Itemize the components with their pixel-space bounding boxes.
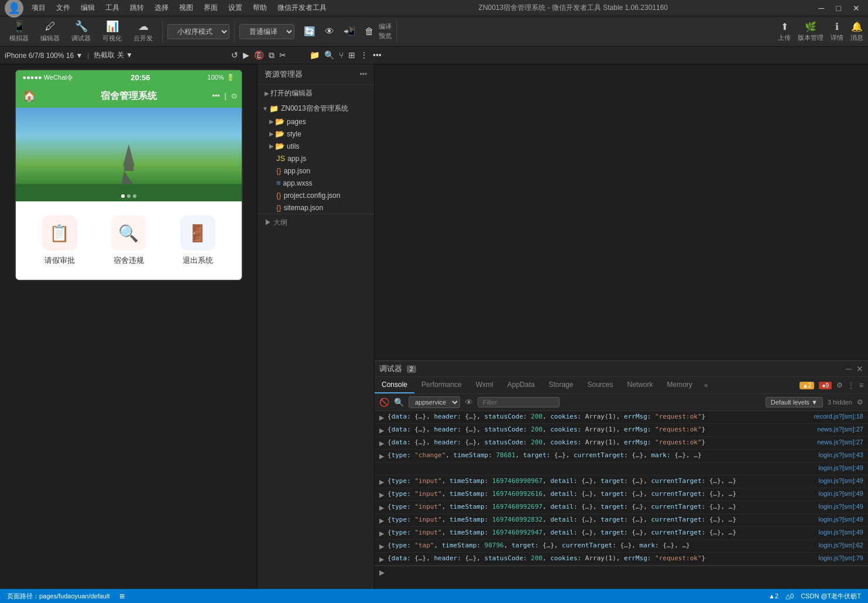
expand-arrow-6[interactable]: ▶: [379, 491, 384, 499]
expand-arrow-8[interactable]: ▶: [379, 517, 384, 525]
console-source-1[interactable]: record.js?[sm]:18: [814, 413, 863, 420]
phone-cut-icon[interactable]: ✂: [279, 50, 286, 60]
appwxss-file-item[interactable]: ≡ app.wxss: [258, 177, 374, 189]
upload-button[interactable]: ⬆ 上传: [778, 21, 791, 42]
tab-storage[interactable]: Storage: [541, 377, 580, 393]
console-input[interactable]: [388, 568, 863, 577]
close-button[interactable]: ✕: [849, 4, 863, 13]
console-source-11[interactable]: login.js?[sm]:79: [819, 554, 863, 561]
console-output[interactable]: ▶ {data: {…}, header: {…}, statusCode: 2…: [375, 411, 868, 589]
tab-console[interactable]: Console: [375, 377, 414, 393]
phone-more-icon[interactable]: ⊙: [231, 92, 237, 100]
root-folder-item[interactable]: ▼ 📁 ZN0013宿舍管理系统: [258, 102, 374, 115]
maximize-button[interactable]: □: [833, 4, 845, 13]
outline-section[interactable]: ▶ 大纲: [258, 214, 374, 231]
menu-file[interactable]: 文件: [52, 2, 75, 14]
appservice-selector[interactable]: appservice: [409, 396, 460, 408]
realtest-button[interactable]: 📲: [344, 26, 355, 37]
play-icon[interactable]: ▶: [243, 50, 249, 60]
console-filter-icon[interactable]: 🔍: [394, 398, 404, 407]
phone-home-icon[interactable]: 🏠: [23, 90, 36, 102]
expand-arrow-7[interactable]: ▶: [379, 504, 384, 512]
menu-devtools[interactable]: 微信开发者工具: [273, 2, 331, 14]
devtools-minimize-icon[interactable]: ─: [846, 364, 852, 374]
hotcut-button[interactable]: 热截取 关 ▼: [94, 50, 133, 60]
console-source-5[interactable]: login.js?[sm]:49: [819, 477, 863, 484]
console-source-9[interactable]: login.js?[sm]:49: [819, 529, 863, 536]
clear-console-icon[interactable]: 🚫: [379, 398, 389, 407]
console-more-icon[interactable]: ⋮: [848, 381, 855, 389]
expand-arrow-4[interactable]: ▶: [379, 453, 384, 460]
cloud-button[interactable]: ☁ 云开发: [129, 18, 157, 45]
tab-memory[interactable]: Memory: [660, 377, 699, 393]
console-source-7[interactable]: login.js?[sm]:49: [819, 503, 863, 510]
console-source-10[interactable]: login.js?[sm]:62: [819, 542, 863, 549]
menu-edit[interactable]: 编辑: [76, 2, 100, 14]
message-button[interactable]: 🔔 消息: [850, 21, 863, 42]
expand-arrow-1[interactable]: ▶: [379, 414, 384, 422]
menu-interface[interactable]: 界面: [199, 2, 222, 14]
tab-more-icon[interactable]: »: [699, 378, 713, 393]
tab-performance[interactable]: Performance: [414, 377, 469, 393]
menu-goto[interactable]: 跳转: [125, 2, 149, 14]
menu-select[interactable]: 选择: [150, 2, 173, 14]
menu-project[interactable]: 项目: [27, 2, 50, 14]
appjs-file-item[interactable]: JS app.js: [258, 152, 374, 165]
folder-icon[interactable]: 📁: [310, 50, 320, 60]
opened-editors-item[interactable]: ▶ 打开的编辑器: [258, 85, 374, 102]
grid-icon[interactable]: ⊞: [348, 50, 355, 60]
tab-network[interactable]: Network: [620, 377, 660, 393]
columns-icon[interactable]: ⋮: [360, 50, 368, 60]
sitemap-file-item[interactable]: {} sitemap.json: [258, 201, 374, 214]
menu-settings[interactable]: 设置: [224, 2, 247, 14]
utils-folder-item[interactable]: ▶ 📂 utils: [258, 140, 374, 152]
console-sidebar-icon[interactable]: ≡: [859, 381, 863, 389]
menu-item-violation[interactable]: 🔍 宿舍违规: [111, 215, 146, 266]
simulator-button[interactable]: 📱 模拟器: [5, 18, 33, 45]
filter-settings-icon[interactable]: ⚙: [857, 398, 863, 406]
expand-arrow-9[interactable]: ▶: [379, 530, 384, 537]
appjson-file-item[interactable]: {} app.json: [258, 165, 374, 177]
projectconfig-file-item[interactable]: {} project.config.json: [258, 189, 374, 201]
eye-toggle-icon[interactable]: 👁: [465, 398, 473, 407]
devtools-close-icon[interactable]: ✕: [856, 364, 863, 374]
visualize-button[interactable]: 📊 可视化: [98, 18, 126, 45]
debugger-button[interactable]: 🔧 调试器: [67, 18, 95, 45]
expand-arrow-10[interactable]: ▶: [379, 543, 384, 550]
console-source-2[interactable]: news.js?[sm]:27: [817, 426, 863, 433]
tab-wxml[interactable]: Wxml: [469, 377, 500, 393]
editor-button[interactable]: 🖊 编辑器: [36, 18, 64, 45]
resource-more-icon[interactable]: •••: [359, 70, 367, 78]
mode-dropdown[interactable]: 小程序模式: [167, 24, 229, 39]
branch-icon[interactable]: ⑂: [339, 50, 344, 60]
rotate-icon[interactable]: ↺: [231, 50, 238, 60]
console-source-3[interactable]: news.js?[sm]:27: [817, 438, 863, 446]
device-selector[interactable]: iPhone 6/7/8 100% 16 ▼: [5, 52, 83, 60]
preview-eye-button[interactable]: 👁: [325, 26, 334, 37]
pages-folder-item[interactable]: ▶ 📂 pages: [258, 115, 374, 128]
default-levels-selector[interactable]: Default levels ▼: [766, 397, 823, 407]
console-source-4b[interactable]: login.js?[sm]:49: [819, 464, 863, 471]
style-folder-item[interactable]: ▶ 📂 style: [258, 128, 374, 140]
menu-view[interactable]: 视图: [174, 2, 198, 14]
dots-icon[interactable]: •••: [373, 50, 382, 60]
console-source-6[interactable]: login.js?[sm]:49: [819, 490, 863, 497]
tab-sources[interactable]: Sources: [580, 377, 620, 393]
compile-dropdown[interactable]: 普通编译: [239, 24, 294, 39]
expand-arrow-11[interactable]: ▶: [379, 556, 384, 563]
phone-menu-icon[interactable]: •••: [212, 92, 220, 100]
menu-item-approval[interactable]: 📋 请假审批: [42, 215, 77, 266]
tab-appdata[interactable]: AppData: [500, 377, 542, 393]
refresh-button[interactable]: 🔄: [304, 26, 315, 37]
expand-arrow-3[interactable]: ▶: [379, 440, 384, 447]
phone-outline-icon[interactable]: 📵: [254, 50, 264, 60]
copy-icon[interactable]: ⧉: [269, 50, 275, 60]
expand-arrow-5[interactable]: ▶: [379, 478, 384, 486]
menu-help[interactable]: 帮助: [248, 2, 272, 14]
minimize-button[interactable]: ─: [815, 4, 828, 13]
console-settings-icon[interactable]: ⚙: [836, 381, 843, 389]
search-icon[interactable]: 🔍: [324, 50, 334, 60]
menu-tools[interactable]: 工具: [101, 2, 124, 14]
version-button[interactable]: 🌿 版本管理: [798, 21, 824, 42]
detail-button[interactable]: ℹ 详情: [831, 21, 843, 42]
